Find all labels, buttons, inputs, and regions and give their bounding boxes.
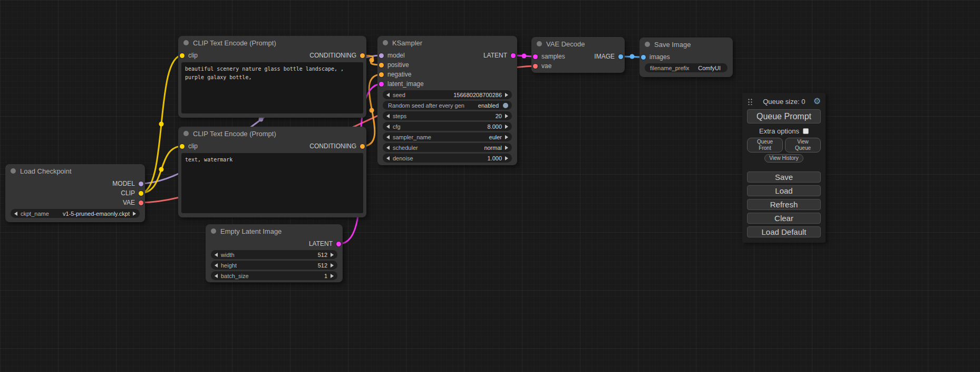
collapse-dot-icon[interactable] [11, 168, 16, 174]
conditioning-output-socket[interactable] [360, 144, 365, 149]
positive-input-socket[interactable] [379, 63, 384, 68]
node-save-image[interactable]: Save Image images filename_prefix ComfyU… [639, 37, 733, 77]
cfg-widget[interactable]: cfg 8.000 [383, 122, 512, 131]
batch-size-widget[interactable]: batch_size 1 [211, 271, 337, 280]
vae-output-socket[interactable] [139, 201, 143, 205]
slot-label: positive [387, 61, 409, 69]
node-title: Empty Latent Image [220, 227, 282, 235]
steps-widget[interactable]: steps 20 [383, 111, 512, 120]
widget-name: filename_prefix [648, 65, 690, 71]
filename-prefix-widget[interactable]: filename_prefix ComfyUI [645, 63, 727, 72]
collapse-dot-icon[interactable] [383, 40, 388, 45]
input-slot-images: images [639, 52, 733, 62]
comfy-menu-panel: Queue size: 0 Queue Prompt Extra options… [742, 93, 826, 243]
widget-value: 512 [314, 262, 331, 269]
collapse-dot-icon[interactable] [537, 41, 542, 46]
collapse-dot-icon[interactable] [183, 40, 189, 45]
slot-label: clip [188, 52, 198, 59]
increment-arrow-icon[interactable] [505, 93, 508, 97]
slot-label: VAE [123, 199, 135, 206]
collapse-dot-icon[interactable] [183, 131, 189, 136]
widget-value: v1-5-pruned-emaonly.ckpt [59, 211, 133, 217]
node-title-bar[interactable]: VAE Decode [531, 37, 625, 51]
denoise-widget[interactable]: denoise 1.000 [383, 154, 512, 163]
widget-name: steps [390, 113, 406, 119]
node-title: Load Checkpoint [20, 167, 72, 175]
node-title-bar[interactable]: KSampler [377, 36, 517, 50]
seed-widget[interactable]: seed 156680208700286 [383, 90, 512, 99]
increment-arrow-icon[interactable] [505, 125, 508, 129]
extra-options-checkbox[interactable] [803, 128, 809, 134]
clip-output-socket[interactable] [139, 191, 143, 196]
node-load-checkpoint[interactable]: Load Checkpoint MODEL CLIP VAE ckpt_ [5, 164, 145, 222]
node-title-bar[interactable]: Load Checkpoint [5, 164, 145, 178]
collapse-dot-icon[interactable] [211, 228, 216, 234]
queue-front-button[interactable]: Queue Front [747, 138, 783, 152]
clear-button[interactable]: Clear [747, 213, 821, 224]
increment-arrow-icon[interactable] [505, 114, 508, 118]
widget-value: 20 [491, 113, 505, 119]
negative-input-socket[interactable] [379, 72, 384, 77]
conditioning-output-socket[interactable] [360, 53, 365, 58]
random-seed-toggle-widget[interactable]: Random seed after every gen enabled [383, 101, 512, 110]
input-slot-clip: clip [178, 51, 273, 60]
view-history-button[interactable]: View History [764, 154, 803, 163]
node-title-bar[interactable]: Empty Latent Image [206, 224, 343, 238]
images-input-socket[interactable] [641, 55, 646, 60]
toggle-dot-icon[interactable] [503, 103, 508, 108]
vae-input-socket[interactable] [533, 64, 538, 69]
widget-value: 156680208700286 [449, 92, 505, 98]
increment-arrow-icon[interactable] [505, 146, 508, 150]
latent-output-socket[interactable] [336, 242, 341, 246]
height-widget[interactable]: height 512 [211, 261, 337, 270]
scheduler-widget[interactable]: scheduler normal [383, 143, 512, 152]
slot-label: IMAGE [594, 53, 615, 60]
negative-prompt-textarea[interactable]: text, watermark [181, 153, 363, 213]
increment-arrow-icon[interactable] [331, 274, 334, 278]
queue-prompt-button[interactable]: Queue Prompt [747, 109, 821, 123]
node-clip-text-encode-negative[interactable]: CLIP Text Encode (Prompt) clip CONDITION… [178, 127, 366, 217]
drag-handle-icon[interactable] [747, 98, 753, 105]
load-default-button[interactable]: Load Default [747, 226, 821, 237]
node-title-bar[interactable]: CLIP Text Encode (Prompt) [178, 36, 366, 50]
clip-input-socket[interactable] [180, 144, 185, 149]
increment-arrow-icon[interactable] [133, 212, 136, 216]
latent-output-socket[interactable] [511, 53, 516, 58]
widget-value: 1 [320, 273, 331, 279]
slot-label: model [387, 52, 405, 59]
link-dot-sampled-latent [522, 54, 527, 59]
sampler-name-widget[interactable]: sampler_name euler [383, 132, 512, 141]
refresh-button[interactable]: Refresh [747, 199, 821, 210]
slot-label: images [649, 53, 670, 61]
node-title-bar[interactable]: CLIP Text Encode (Prompt) [178, 127, 366, 140]
increment-arrow-icon[interactable] [331, 263, 334, 268]
model-input-socket[interactable] [379, 53, 384, 58]
input-slot-model: model [377, 51, 448, 60]
save-button[interactable]: Save [747, 171, 821, 183]
slot-label: CONDITIONING [309, 142, 356, 150]
increment-arrow-icon[interactable] [505, 156, 508, 160]
samples-input-socket[interactable] [533, 54, 538, 59]
node-clip-text-encode-positive[interactable]: CLIP Text Encode (Prompt) clip CONDITION… [178, 36, 366, 118]
image-output-socket[interactable] [618, 54, 623, 59]
node-title-bar[interactable]: Save Image [639, 37, 733, 51]
clip-input-socket[interactable] [180, 53, 185, 58]
node-graph-canvas[interactable]: Load Checkpoint MODEL CLIP VAE ckpt_ [0, 0, 980, 372]
view-queue-button[interactable]: View Queue [785, 138, 821, 152]
ckpt-name-widget[interactable]: ckpt_name v1-5-pruned-emaonly.ckpt [11, 209, 140, 218]
settings-gear-icon[interactable] [813, 97, 821, 106]
increment-arrow-icon[interactable] [331, 253, 334, 257]
output-slot-conditioning: CONDITIONING [273, 141, 367, 151]
positive-prompt-textarea[interactable]: beautiful scenery nature glass bottle la… [181, 62, 363, 113]
latent-image-input-socket[interactable] [379, 82, 384, 87]
width-widget[interactable]: width 512 [211, 250, 337, 259]
node-ksampler[interactable]: KSampler model positive negative lat [377, 36, 517, 165]
node-empty-latent-image[interactable]: Empty Latent Image LATENT width 512 heig… [206, 224, 343, 282]
load-button[interactable]: Load [747, 185, 821, 196]
model-output-socket[interactable] [139, 182, 143, 186]
increment-arrow-icon[interactable] [505, 135, 508, 139]
collapse-dot-icon[interactable] [645, 42, 650, 47]
input-slot-vae: vae [531, 61, 578, 71]
node-title: CLIP Text Encode (Prompt) [193, 39, 276, 47]
node-vae-decode[interactable]: VAE Decode samples vae IMAGE [531, 37, 625, 73]
